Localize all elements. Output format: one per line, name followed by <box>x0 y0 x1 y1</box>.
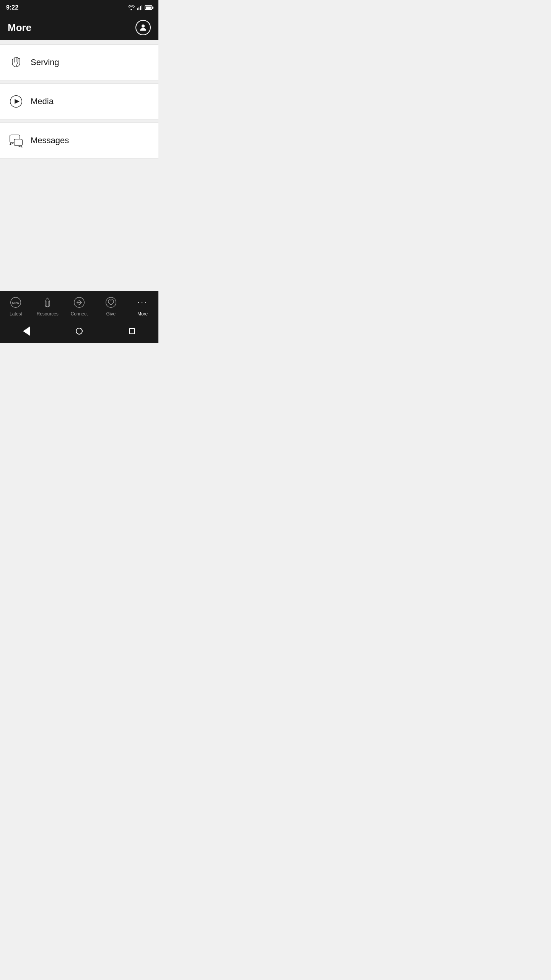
media-menu-item[interactable]: Media <box>0 83 158 119</box>
nav-item-resources[interactable]: Resources <box>32 295 64 317</box>
svg-point-12 <box>106 297 116 307</box>
more-dots-icon: ··· <box>135 295 150 310</box>
svg-rect-2 <box>140 6 141 10</box>
home-icon <box>76 328 83 335</box>
nav-item-connect[interactable]: Connect <box>64 295 95 317</box>
messages-icon-wrap <box>8 132 24 149</box>
profile-button[interactable] <box>135 20 151 35</box>
nav-item-more[interactable]: ··· More <box>127 295 158 317</box>
back-icon <box>23 327 30 336</box>
nav-label-more: More <box>137 311 148 317</box>
home-button[interactable] <box>73 325 85 337</box>
svg-rect-1 <box>139 7 139 10</box>
heart-icon <box>104 295 118 310</box>
svg-text:NEW: NEW <box>12 301 20 305</box>
serving-icon-wrap <box>8 54 24 71</box>
status-bar: 9:22 <box>0 0 158 15</box>
nav-label-resources: Resources <box>37 311 59 317</box>
connect-icon <box>72 295 86 310</box>
messages-menu-item[interactable]: Messages <box>0 122 158 158</box>
praying-hands-icon <box>40 295 55 310</box>
serving-label: Serving <box>31 57 59 67</box>
status-time: 9:22 <box>6 4 18 11</box>
svg-rect-8 <box>14 139 22 145</box>
hand-icon <box>9 56 23 69</box>
svg-rect-3 <box>142 5 142 10</box>
media-icon-wrap <box>8 93 24 110</box>
back-button[interactable] <box>20 325 33 337</box>
nav-item-latest[interactable]: NEW Latest <box>0 295 32 317</box>
play-icon <box>9 95 23 108</box>
serving-menu-item[interactable]: Serving <box>0 44 158 80</box>
messages-icon <box>9 134 23 147</box>
recent-icon <box>129 328 135 334</box>
svg-rect-0 <box>137 8 138 10</box>
content-area: Serving Media Messages <box>0 40 158 291</box>
battery-icon <box>145 5 152 10</box>
bottom-nav: NEW Latest Resources Connect <box>0 291 158 322</box>
nav-label-latest: Latest <box>10 311 22 317</box>
recent-button[interactable] <box>126 325 138 337</box>
page-title: More <box>8 22 31 34</box>
svg-marker-6 <box>15 99 20 104</box>
wifi-icon <box>128 5 135 10</box>
profile-icon <box>139 23 148 32</box>
signal-icon <box>137 5 142 10</box>
status-icons <box>128 5 152 10</box>
svg-point-4 <box>142 24 145 28</box>
nav-item-give[interactable]: Give <box>95 295 127 317</box>
new-badge-icon: NEW <box>8 295 23 310</box>
app-header: More <box>0 15 158 40</box>
messages-label: Messages <box>31 136 69 145</box>
media-label: Media <box>31 96 54 106</box>
system-nav-bar <box>0 322 158 343</box>
nav-label-give: Give <box>106 311 116 317</box>
nav-label-connect: Connect <box>71 311 88 317</box>
